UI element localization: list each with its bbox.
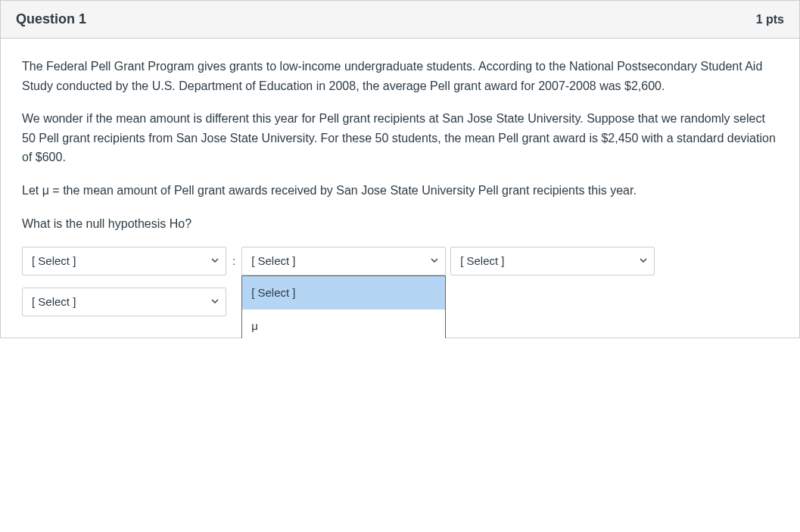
- question-card: Question 1 1 pts The Federal Pell Grant …: [0, 0, 800, 338]
- dropdown-option-mu[interactable]: μ: [242, 310, 445, 338]
- question-body: The Federal Pell Grant Program gives gra…: [1, 39, 799, 338]
- select-2-dropdown: [ Select ] μ σ n x̄ s: [241, 275, 446, 338]
- select-2-value: [ Select ]: [251, 252, 295, 270]
- dropdown-option-select[interactable]: [ Select ]: [242, 276, 445, 310]
- select-4-value: [ Select ]: [32, 293, 76, 311]
- select-1[interactable]: [ Select ]: [22, 247, 226, 275]
- paragraph-1: The Federal Pell Grant Program gives gra…: [22, 57, 778, 95]
- select-1-value: [ Select ]: [32, 252, 76, 270]
- paragraph-3: Let μ = the mean amount of Pell grant aw…: [22, 181, 778, 201]
- question-points: 1 pts: [756, 13, 784, 26]
- question-title: Question 1: [16, 11, 86, 27]
- select-2-wrapper: [ Select ] [ Select ] μ σ n x̄ s: [241, 247, 446, 275]
- select-2[interactable]: [ Select ]: [241, 247, 446, 275]
- chevron-down-icon: [210, 293, 219, 311]
- select-3[interactable]: [ Select ]: [450, 247, 655, 275]
- select-row-1: [ Select ] : [ Select ] [ Select ] μ σ: [22, 247, 778, 275]
- chevron-down-icon: [639, 252, 648, 270]
- paragraph-4: What is the null hypothesis Ho?: [22, 214, 778, 234]
- question-header: Question 1 1 pts: [1, 1, 799, 39]
- colon-separator: :: [231, 252, 237, 270]
- chevron-down-icon: [430, 252, 439, 270]
- select-3-value: [ Select ]: [460, 252, 504, 270]
- select-4[interactable]: [ Select ]: [22, 288, 226, 316]
- chevron-down-icon: [210, 252, 219, 270]
- paragraph-2: We wonder if the mean amount is differen…: [22, 109, 778, 167]
